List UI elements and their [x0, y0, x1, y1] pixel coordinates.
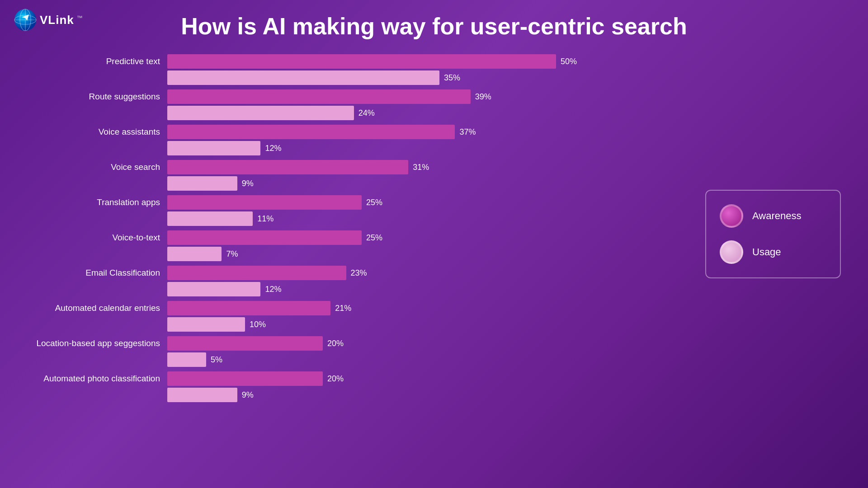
usage-value: 9% [242, 390, 254, 400]
bar-group: Voice search 31% 9% [27, 159, 696, 192]
usage-bar [167, 247, 222, 261]
bar-group: Automated photo classification 20% 9% [27, 371, 696, 403]
legend-usage: Usage [720, 240, 826, 264]
logo: VLink ™ [14, 8, 83, 32]
logo-sup: ™ [77, 14, 83, 21]
awareness-value: 50% [561, 57, 577, 66]
bar-group: Location-based app seggestions 20% 5% [27, 335, 696, 368]
awareness-row: Voice-to-text 25% [27, 230, 696, 246]
bar-group: Voice-to-text 25% 7% [27, 230, 696, 262]
awareness-row: Email Classification 23% [27, 265, 696, 281]
awareness-bar [167, 54, 556, 69]
bar-group: Translation apps 25% 11% [27, 194, 696, 227]
usage-bar [167, 352, 206, 367]
usage-bar [167, 211, 253, 226]
awareness-value: 23% [351, 268, 367, 278]
bar-label-9: Automated photo classification [27, 374, 167, 384]
awareness-bar [167, 336, 323, 351]
usage-row: 7% [27, 246, 696, 262]
awareness-bar-wrapper: 21% [167, 301, 696, 315]
usage-bar [167, 176, 237, 191]
awareness-bar [167, 160, 408, 174]
awareness-row: Predictive text 50% [27, 53, 696, 70]
awareness-icon [720, 204, 743, 228]
awareness-row: Voice search 31% [27, 159, 696, 175]
awareness-bar-wrapper: 23% [167, 266, 696, 280]
awareness-value: 21% [335, 304, 351, 313]
usage-bar [167, 388, 237, 402]
awareness-bar-wrapper: 25% [167, 230, 696, 245]
usage-bar-wrapper: 12% [167, 282, 696, 296]
awareness-bar-wrapper: 20% [167, 336, 696, 351]
usage-row: 35% [27, 70, 696, 86]
usage-label: Usage [752, 246, 781, 258]
usage-value: 10% [250, 320, 266, 329]
usage-row: 9% [27, 175, 696, 192]
usage-value: 35% [444, 73, 460, 83]
awareness-bar [167, 266, 346, 280]
awareness-row: Voice assistants 37% [27, 124, 696, 140]
usage-row: 12% [27, 140, 696, 156]
awareness-bar-wrapper: 39% [167, 89, 696, 104]
usage-row: 10% [27, 316, 696, 333]
awareness-bar-wrapper: 50% [167, 54, 696, 69]
bar-label-3: Voice search [27, 162, 167, 173]
awareness-row: Location-based app seggestions 20% [27, 335, 696, 352]
bar-label-6: Email Classification [27, 268, 167, 278]
logo-globe-icon [14, 8, 37, 32]
awareness-value: 39% [475, 92, 491, 102]
usage-row: 11% [27, 211, 696, 227]
bar-group: Automated calendar entries 21% 10% [27, 300, 696, 333]
usage-bar [167, 70, 439, 85]
usage-value: 9% [242, 179, 254, 188]
bar-label-0: Predictive text [27, 56, 167, 67]
usage-bar-wrapper: 9% [167, 176, 696, 191]
bar-label-5: Voice-to-text [27, 233, 167, 243]
usage-bar-wrapper: 7% [167, 247, 696, 261]
logo-name: VLink [40, 13, 74, 27]
bar-group: Predictive text 50% 35% [27, 53, 696, 86]
bar-group: Voice assistants 37% 12% [27, 124, 696, 156]
legend-box: Awareness Usage [705, 190, 841, 278]
awareness-label: Awareness [752, 210, 801, 222]
usage-row: 9% [27, 387, 696, 403]
usage-icon [720, 240, 743, 264]
usage-bar [167, 317, 245, 332]
bar-label-8: Location-based app seggestions [27, 338, 167, 349]
awareness-bar [167, 125, 455, 139]
awareness-bar [167, 301, 330, 315]
usage-bar-wrapper: 12% [167, 141, 696, 155]
awareness-row: Automated calendar entries 21% [27, 300, 696, 316]
usage-value: 12% [265, 285, 281, 294]
usage-bar-wrapper: 11% [167, 211, 696, 226]
usage-bar-wrapper: 24% [167, 106, 696, 120]
page-title: How is AI making way for user-centric se… [181, 13, 687, 40]
awareness-bar [167, 89, 471, 104]
legend-awareness: Awareness [720, 204, 826, 228]
awareness-row: Translation apps 25% [27, 194, 696, 211]
awareness-bar-wrapper: 37% [167, 125, 696, 139]
awareness-bar [167, 230, 362, 245]
bars-section: Predictive text 50% 35% Route suggestion… [27, 53, 696, 406]
usage-bar-wrapper: 5% [167, 352, 696, 367]
awareness-value: 20% [327, 339, 344, 348]
chart-container: Predictive text 50% 35% Route suggestion… [27, 53, 841, 406]
usage-row: 5% [27, 352, 696, 368]
awareness-value: 25% [366, 198, 382, 207]
awareness-bar-wrapper: 20% [167, 371, 696, 386]
usage-row: 12% [27, 281, 696, 297]
bar-label-7: Automated calendar entries [27, 303, 167, 314]
usage-bar-wrapper: 35% [167, 70, 696, 85]
awareness-bar [167, 195, 362, 210]
awareness-value: 31% [413, 163, 429, 172]
bar-label-2: Voice assistants [27, 127, 167, 137]
bar-label-1: Route suggestions [27, 92, 167, 102]
bar-group: Email Classification 23% 12% [27, 265, 696, 297]
usage-bar [167, 282, 260, 296]
usage-value: 12% [265, 144, 281, 153]
usage-bar [167, 141, 260, 155]
usage-value: 7% [226, 249, 238, 259]
awareness-row: Route suggestions 39% [27, 89, 696, 105]
awareness-bar [167, 371, 323, 386]
awareness-row: Automated photo classification 20% [27, 371, 696, 387]
